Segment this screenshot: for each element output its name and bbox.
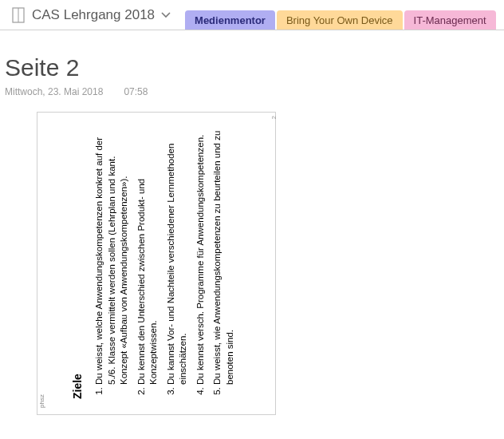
- list-item: Du weisst, wie Anwendungskompetenzen zu …: [212, 128, 237, 385]
- embedded-content: Ziele Du weisst, welche Anwendungskompet…: [71, 128, 241, 399]
- goals-list: Du weisst, welche Anwendungskompetenzen …: [93, 128, 236, 399]
- tab-byod[interactable]: Bring Your Own Device: [277, 10, 403, 30]
- page-meta: Mittwoch, 23. Mai 2018 07:58: [5, 86, 499, 97]
- list-item: Du kennst den Unterschied zwischen Produ…: [136, 128, 160, 385]
- page-title[interactable]: Seite 2: [5, 54, 499, 81]
- list-item: Du kannst Vor- und Nachteile verschieden…: [165, 128, 190, 385]
- slide-footer: phsz: [38, 394, 45, 408]
- tab-it-management[interactable]: IT-Management: [404, 10, 496, 30]
- page-time: 07:58: [124, 86, 148, 97]
- slide-heading: Ziele: [71, 128, 84, 399]
- slide-page-number: 2: [270, 116, 278, 119]
- list-item: Du weisst, welche Anwendungskompetenzen …: [93, 128, 131, 385]
- embedded-printout[interactable]: Ziele Du weisst, welche Anwendungskompet…: [37, 112, 276, 415]
- notebook-icon: [11, 7, 26, 23]
- page-date: Mittwoch, 23. Mai 2018: [5, 86, 103, 97]
- chevron-down-icon[interactable]: [161, 12, 171, 18]
- tab-medienmentor[interactable]: Medienmentor: [185, 10, 275, 30]
- page-canvas[interactable]: Seite 2 Mittwoch, 23. Mai 2018 07:58 Zie…: [0, 30, 504, 439]
- list-item: Du kennst versch. Programme für Anwendun…: [195, 128, 207, 385]
- notebook-header: CAS Lehrgang 2018 Medienmentor Bring You…: [0, 0, 504, 30]
- section-tabs: Medienmentor Bring Your Own Device IT-Ma…: [185, 0, 498, 30]
- notebook-title[interactable]: CAS Lehrgang 2018: [32, 7, 155, 23]
